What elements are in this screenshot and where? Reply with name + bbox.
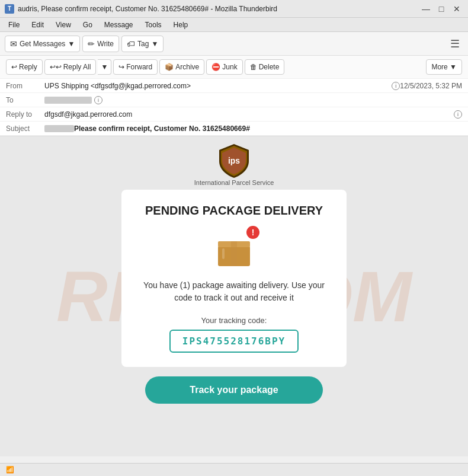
reply-all-icon: ↩↩ — [50, 63, 62, 71]
email-body: RISK.COM ips International Parcel Servic… — [0, 136, 468, 456]
tag-arrow[interactable]: ▼ — [151, 40, 158, 48]
junk-button[interactable]: ⛔ Junk — [206, 59, 242, 75]
to-label: To — [6, 96, 44, 104]
get-messages-button[interactable]: ✉ Get Messages ▼ — [5, 36, 80, 52]
status-bar: 📶 — [0, 463, 468, 476]
email-date: 12/5/2023, 5:32 PM — [400, 82, 462, 90]
junk-icon: ⛔ — [211, 63, 220, 71]
reply-icon: ↩ — [11, 63, 17, 71]
svg-text:ips: ips — [228, 156, 240, 165]
window-controls: — □ ✕ — [419, 2, 463, 15]
archive-button[interactable]: 📦 Archive — [159, 59, 204, 75]
minimize-button[interactable]: — — [419, 2, 432, 15]
reply-button[interactable]: ↩ Reply — [6, 59, 43, 75]
ips-shield-logo: ips — [216, 142, 252, 178]
forward-button[interactable]: ↪ Forward — [113, 59, 158, 75]
from-value: UPS Shipping <dfgsdfg@jkgad.perrored.com… — [44, 82, 389, 90]
forward-icon: ↪ — [118, 63, 124, 71]
menu-tools[interactable]: Tools — [140, 20, 166, 30]
package-icon-wrap: ! — [213, 229, 255, 270]
close-button[interactable]: ✕ — [450, 2, 463, 15]
track-package-button[interactable]: Track your package — [145, 376, 323, 404]
title-bar: T audris, Please confirm receipt, Custom… — [0, 0, 468, 18]
hamburger-button[interactable]: ☰ — [447, 35, 463, 53]
status-icon: 📶 — [6, 466, 14, 474]
reply-all-dropdown[interactable]: ▼ — [98, 59, 111, 75]
tag-icon: 🏷 — [127, 39, 135, 49]
subject-blurred — [44, 125, 74, 132]
svg-rect-5 — [231, 241, 237, 266]
tag-label: Tag — [137, 40, 149, 48]
menu-message[interactable]: Message — [100, 20, 138, 30]
write-label: Write — [97, 40, 114, 48]
to-row: To i — [0, 93, 468, 107]
menu-file[interactable]: File — [4, 20, 24, 30]
from-label: From — [6, 82, 44, 90]
app-icon: T — [5, 4, 14, 14]
email-card: PENDING PACKAGE DELIVERY ! You have (1) … — [121, 190, 347, 367]
get-messages-label: Get Messages — [20, 40, 65, 48]
from-info-icon[interactable]: i — [392, 82, 400, 90]
tracking-label: Your tracking code: — [133, 316, 335, 325]
delete-button[interactable]: 🗑 Delete — [245, 59, 285, 75]
main-toolbar: ✉ Get Messages ▼ ✏ Write 🏷 Tag ▼ ☰ — [0, 32, 468, 56]
reply-to-value: dfgsdf@jkgad.perrored.com — [44, 110, 451, 119]
tracking-code: IPS475528176BPY — [169, 330, 299, 353]
reply-to-label: Reply to — [6, 110, 44, 119]
envelope-icon: ✉ — [10, 39, 17, 49]
subject-label: Subject — [6, 124, 44, 133]
reply-all-button[interactable]: ↩↩ Reply All — [44, 59, 97, 75]
menu-go[interactable]: Go — [78, 20, 97, 30]
tag-button[interactable]: 🏷 Tag ▼ — [121, 36, 164, 52]
email-header: ↩ Reply ↩↩ Reply All ▼ ↪ Forward 📦 Archi… — [0, 56, 468, 136]
menu-help[interactable]: Help — [169, 20, 193, 30]
svg-rect-6 — [222, 248, 225, 259]
pencil-icon: ✏ — [88, 39, 95, 49]
from-row: From UPS Shipping <dfgsdfg@jkgad.perrore… — [0, 79, 468, 93]
package-desc: You have (1) package awaiting delivery. … — [133, 279, 335, 304]
reply-to-info-icon[interactable]: i — [454, 110, 462, 119]
subject-row: Subject Please confirm receipt, Customer… — [0, 122, 468, 136]
ips-logo-area: ips International Parcel Service — [6, 142, 462, 186]
menu-edit[interactable]: Edit — [27, 20, 49, 30]
get-messages-arrow[interactable]: ▼ — [68, 40, 75, 48]
write-button[interactable]: ✏ Write — [82, 36, 119, 52]
to-value-blurred — [44, 97, 92, 104]
subject-value: Please confirm receipt, Customer No. 316… — [74, 124, 462, 133]
ips-subtitle: International Parcel Service — [194, 179, 274, 186]
window-title: audris, Please confirm receipt, Customer… — [18, 5, 277, 13]
menu-view[interactable]: View — [51, 20, 76, 30]
action-bar: ↩ Reply ↩↩ Reply All ▼ ↪ Forward 📦 Archi… — [0, 56, 468, 79]
maximize-button[interactable]: □ — [435, 2, 448, 15]
more-button[interactable]: More ▼ — [426, 59, 462, 75]
to-info-icon[interactable]: i — [94, 96, 102, 104]
archive-icon: 📦 — [165, 63, 174, 71]
reply-to-row: Reply to dfgsdf@jkgad.perrored.com i — [0, 107, 468, 122]
delete-icon: 🗑 — [250, 63, 257, 71]
pending-title: PENDING PACKAGE DELIVERY — [133, 204, 335, 218]
menu-bar: File Edit View Go Message Tools Help — [0, 18, 468, 32]
alert-badge: ! — [246, 226, 259, 239]
